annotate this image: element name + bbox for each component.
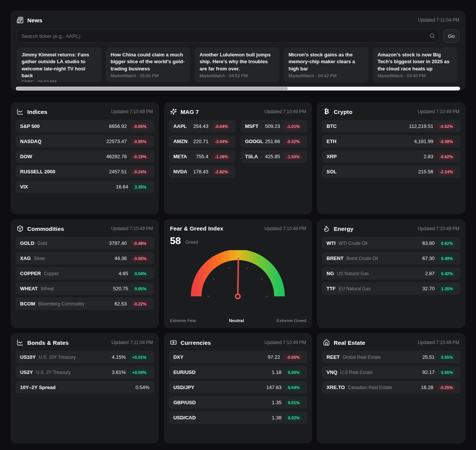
asset-name: U.S. 2Y Treasury (36, 370, 70, 375)
change-badge: -0.24% (130, 168, 150, 175)
asset-value: 1.35 (272, 400, 281, 405)
bitcoin-icon: ₿ (323, 108, 330, 115)
asset-row: 10Y–2Y Spread0.54% (16, 381, 154, 394)
change-badge: -0.22% (130, 301, 150, 307)
asset-symbol: RUSSELL 2000 (20, 169, 55, 174)
asset-name: U.S. 10Y Treasury (39, 355, 76, 360)
fear-greed-card: Fear & Greed Index Updated 7:10:49 PM 58… (164, 219, 312, 328)
news-header: News Updated 7:11:04 PM (11, 11, 465, 28)
asset-row: WTIWTI Crude Oil63.800.62% (322, 237, 460, 249)
news-item[interactable]: How China could claim a much bigger slic… (106, 47, 190, 82)
search-input[interactable] (17, 29, 440, 43)
asset-symbol: USD/JPY (173, 385, 195, 390)
commodities-card: Commodities Updated 7:10:49 PM GOLDGold3… (11, 219, 159, 328)
go-button[interactable]: Go (443, 29, 459, 43)
bonds-rows: US10YU.S. 10Y Treasury4.15%+0.01%US2YU.S… (11, 351, 159, 394)
asset-row: AAPL254.43-0.64% (169, 120, 236, 132)
gauge-scale-labels: Extreme Fear Neutral Extreme Greed (164, 318, 312, 323)
asset-name: US Natural Gas (337, 271, 369, 276)
asset-name: Canadian Real Estate (348, 385, 392, 390)
asset-row: SOL215.56-2.14% (322, 165, 460, 178)
news-headline: Micron’s stock gains as the memory-chip … (289, 51, 364, 72)
change-badge: 3.35% (131, 184, 149, 190)
asset-symbol: MSFT (245, 123, 258, 129)
asset-value: 2.87 (425, 271, 434, 276)
asset-value: 92.17 (422, 369, 435, 375)
news-headline: Jimmy Kimmel returns: Fans gather outsid… (22, 51, 97, 79)
asset-name: Silver (34, 256, 45, 261)
asset-row: ETH4,181.99-0.38% (322, 135, 460, 148)
asset-symbol: BTC (326, 123, 337, 129)
asset-value: 509.23 (265, 123, 280, 129)
news-source-time: MarketWatch · 04:53 PM (200, 73, 275, 78)
asset-symbol: META (173, 154, 187, 159)
news-headline: Another Lululemon bull jumps ship. Here’… (200, 51, 275, 72)
market-dashboard: News Updated 7:11:04 PM Go Jimmy Kimmel … (0, 0, 476, 443)
change-badge: +0.01% (129, 354, 150, 361)
news-scrollbar[interactable] (16, 87, 460, 90)
asset-row: BCOMBloomberg Commodity62.53-0.22% (16, 297, 154, 310)
card-updated: Updated 7:10:49 PM (264, 109, 306, 114)
asset-symbol: ETH (326, 139, 336, 144)
asset-name: Wheat (41, 286, 54, 291)
news-source-time: MarketWatch · 04:40 PM (378, 73, 453, 78)
gauge-needle (238, 258, 239, 293)
news-scrollbar-thumb[interactable] (17, 87, 288, 90)
news-item[interactable]: Jimmy Kimmel returns: Fans gather outsid… (17, 47, 101, 82)
asset-row: NVDA178.43-2.82% (169, 165, 236, 178)
asset-name: Gold (37, 241, 47, 246)
asset-value: 2457.51 (109, 169, 127, 174)
card-updated: Updated 7:10:49 PM (418, 109, 459, 114)
asset-value: 97.22 (268, 354, 280, 360)
asset-symbol: BCOM (20, 301, 35, 307)
asset-value: 0.54% (136, 385, 150, 390)
gauge-value-row: 58 Greed (164, 236, 312, 246)
card-updated: Updated 7:10:49 PM (418, 226, 459, 231)
card-title: MAG 7 (181, 109, 199, 115)
asset-symbol: NG (326, 271, 334, 276)
asset-row: AMZN220.71-3.04% (169, 135, 236, 148)
news-item[interactable]: Amazon’s stock is now Big Tech’s biggest… (373, 47, 457, 82)
asset-symbol: US10Y (20, 354, 36, 360)
asset-row: META755.4-1.28% (169, 150, 236, 163)
news-section: News Updated 7:11:04 PM Go Jimmy Kimmel … (11, 11, 465, 91)
asset-value: 6656.92 (109, 123, 127, 129)
asset-name: Brent Crude Oil (346, 256, 378, 261)
asset-value: 62.53 (114, 301, 127, 307)
change-badge: -0.95% (130, 138, 150, 145)
scale-extreme-fear: Extreme Fear (170, 318, 197, 323)
asset-symbol: US2Y (20, 369, 33, 375)
news-updated: Updated 7:11:04 PM (418, 17, 459, 23)
asset-value: 22573.47 (106, 139, 127, 144)
asset-row: BTC112,219.51-0.52% (322, 120, 460, 132)
search-row: Go (11, 29, 465, 43)
news-item[interactable]: Micron’s stock gains as the memory-chip … (284, 47, 368, 82)
asset-symbol: VIX (20, 184, 28, 190)
change-badge: 0.04% (285, 384, 303, 391)
change-badge: 0.42% (438, 270, 456, 277)
asset-value: 1.38 (272, 415, 281, 420)
asset-symbol: TSLA (245, 154, 258, 159)
asset-row: XRP2.83-0.62% (322, 150, 460, 163)
asset-value: 25.51 (422, 354, 435, 360)
card-title: Currencies (181, 339, 211, 346)
energy-card: Energy Updated 7:10:49 PM WTIWTI Crude O… (317, 219, 465, 328)
asset-value: 44.36 (114, 255, 127, 261)
change-badge: -0.55% (130, 123, 150, 130)
asset-name: U.S Real Estate (340, 370, 373, 375)
currencies-rows: DXY97.22-0.05%EUR/USD1.180.00%USD/JPY147… (164, 351, 312, 424)
change-badge: -2.82% (212, 168, 231, 175)
asset-symbol: DOW (20, 154, 32, 159)
asset-value: 63.80 (422, 240, 435, 246)
news-item[interactable]: Another Lululemon bull jumps ship. Here’… (195, 47, 279, 82)
chart-line-icon (17, 339, 23, 346)
change-badge: -2.14% (437, 168, 456, 175)
card-updated: Updated 7:11:04 PM (111, 340, 153, 345)
crypto-card: ₿ Crypto Updated 7:10:49 PM BTC112,219.5… (317, 102, 465, 214)
asset-symbol: AMZN (173, 139, 188, 144)
asset-row: EUR/USD1.180.00% (169, 366, 307, 378)
flame-icon (323, 225, 330, 232)
indices-rows: S&P 5006656.92-0.55%NASDAQ22573.47-0.95%… (11, 120, 159, 193)
asset-value: 1.18 (272, 369, 281, 375)
asset-row: XRE.TOCanadian Real Estate16.28-0.25% (322, 381, 460, 394)
